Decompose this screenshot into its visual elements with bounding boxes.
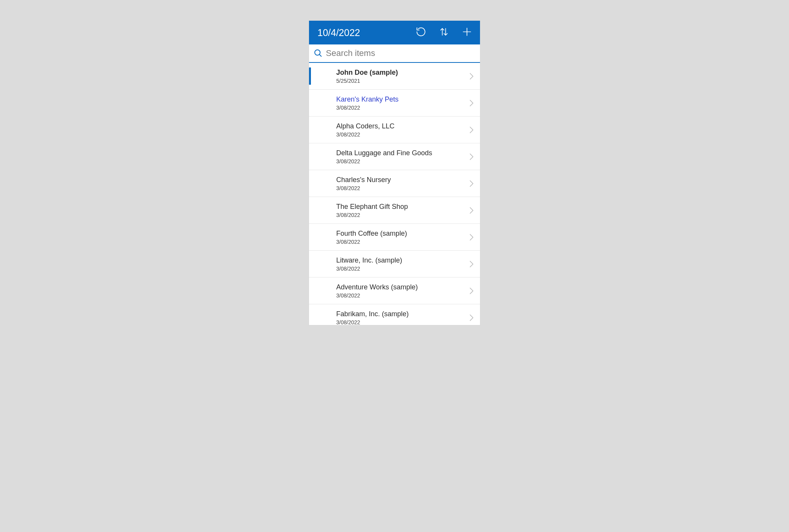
item-title: Alpha Coders, LLC xyxy=(336,122,466,131)
item-date: 3/08/2022 xyxy=(336,266,466,272)
list-item[interactable]: Alpha Coders, LLC3/08/2022 xyxy=(309,117,480,143)
item-date: 3/08/2022 xyxy=(336,105,466,111)
list-item[interactable]: John Doe (sample)5/25/2021 xyxy=(309,63,480,90)
item-body: Delta Luggage and Fine Goods3/08/2022 xyxy=(336,149,466,164)
item-date: 3/08/2022 xyxy=(336,158,466,164)
selection-bar xyxy=(309,255,311,273)
item-title: The Elephant Gift Shop xyxy=(336,202,466,211)
selection-bar xyxy=(309,175,311,192)
selection-bar xyxy=(309,94,311,112)
item-date: 5/25/2021 xyxy=(336,78,466,84)
item-body: Adventure Works (sample)3/08/2022 xyxy=(336,283,466,299)
search-input[interactable] xyxy=(326,48,476,58)
item-date: 3/08/2022 xyxy=(336,212,466,218)
refresh-button[interactable] xyxy=(415,26,427,39)
item-body: Karen's Kranky Pets3/08/2022 xyxy=(336,95,466,111)
chevron-right-icon xyxy=(466,207,477,214)
selection-bar xyxy=(309,309,311,325)
list-item[interactable]: Litware, Inc. (sample)3/08/2022 xyxy=(309,251,480,277)
item-body: Fourth Coffee (sample)3/08/2022 xyxy=(336,229,466,245)
item-title: Fabrikam, Inc. (sample) xyxy=(336,310,466,319)
list-item[interactable]: The Elephant Gift Shop3/08/2022 xyxy=(309,197,480,224)
item-date: 3/08/2022 xyxy=(336,131,466,138)
selection-bar xyxy=(309,228,311,246)
app-frame: 10/4/2022 xyxy=(309,21,480,325)
list-item[interactable]: Fourth Coffee (sample)3/08/2022 xyxy=(309,224,480,251)
sort-icon xyxy=(439,27,449,38)
selection-bar xyxy=(309,202,311,219)
item-title: Delta Luggage and Fine Goods xyxy=(336,149,466,158)
chevron-right-icon xyxy=(466,314,477,322)
chevron-right-icon xyxy=(466,260,477,268)
header-title: 10/4/2022 xyxy=(317,27,415,38)
chevron-right-icon xyxy=(466,233,477,241)
chevron-right-icon xyxy=(466,126,477,134)
selection-bar xyxy=(309,67,311,85)
header-bar: 10/4/2022 xyxy=(309,21,480,44)
refresh-icon xyxy=(416,26,426,39)
item-date: 3/08/2022 xyxy=(336,239,466,245)
chevron-right-icon xyxy=(466,99,477,107)
item-title: Adventure Works (sample) xyxy=(336,283,466,292)
list-item[interactable]: Karen's Kranky Pets3/08/2022 xyxy=(309,90,480,117)
item-title: Litware, Inc. (sample) xyxy=(336,256,466,265)
item-title: Karen's Kranky Pets xyxy=(336,95,466,104)
item-title: Fourth Coffee (sample) xyxy=(336,229,466,238)
chevron-right-icon xyxy=(466,153,477,161)
item-title: John Doe (sample) xyxy=(336,68,466,77)
plus-icon xyxy=(462,27,472,38)
item-title: Charles's Nursery xyxy=(336,176,466,184)
item-body: Litware, Inc. (sample)3/08/2022 xyxy=(336,256,466,272)
search-icon xyxy=(313,48,324,59)
selection-bar xyxy=(309,148,311,165)
selection-bar xyxy=(309,282,311,299)
item-body: Charles's Nursery3/08/2022 xyxy=(336,176,466,191)
header-actions xyxy=(415,26,473,39)
item-body: John Doe (sample)5/25/2021 xyxy=(336,68,466,84)
selection-bar xyxy=(309,121,311,138)
chevron-right-icon xyxy=(466,180,477,187)
chevron-right-icon xyxy=(466,72,477,80)
add-button[interactable] xyxy=(461,26,473,39)
item-date: 3/08/2022 xyxy=(336,319,466,325)
list-item[interactable]: Delta Luggage and Fine Goods3/08/2022 xyxy=(309,143,480,170)
svg-line-5 xyxy=(319,54,321,56)
list-item[interactable]: Fabrikam, Inc. (sample)3/08/2022 xyxy=(309,304,480,325)
list-item[interactable]: Charles's Nursery3/08/2022 xyxy=(309,170,480,197)
sort-button[interactable] xyxy=(438,26,450,39)
chevron-right-icon xyxy=(466,287,477,295)
list-item[interactable]: Adventure Works (sample)3/08/2022 xyxy=(309,277,480,304)
items-list[interactable]: John Doe (sample)5/25/2021Karen's Kranky… xyxy=(309,63,480,325)
item-body: Alpha Coders, LLC3/08/2022 xyxy=(336,122,466,138)
item-date: 3/08/2022 xyxy=(336,185,466,191)
item-body: The Elephant Gift Shop3/08/2022 xyxy=(336,202,466,218)
search-bar xyxy=(309,44,480,63)
item-date: 3/08/2022 xyxy=(336,292,466,299)
item-body: Fabrikam, Inc. (sample)3/08/2022 xyxy=(336,310,466,325)
